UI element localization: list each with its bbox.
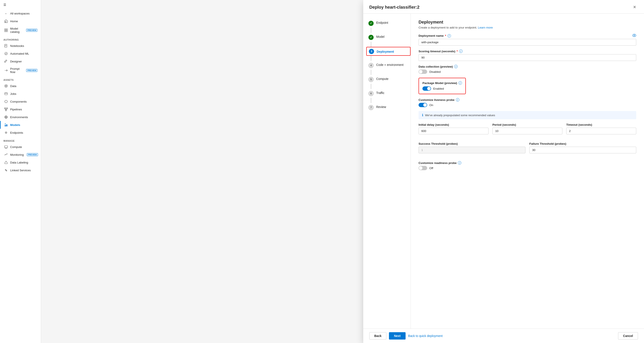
period-input[interactable] (492, 128, 562, 134)
step-model[interactable]: ✓ Model (368, 33, 410, 42)
scoring-timeout-input[interactable] (418, 54, 636, 61)
data-collection-group: Data collection (preview) i Disabled (418, 65, 636, 74)
info-banner-icon: ℹ (422, 113, 423, 117)
step-circle-compute: 5 (368, 77, 374, 82)
sidebar-item-endpoints[interactable]: Endpoints (0, 129, 41, 136)
sidebar-item-linked-services[interactable]: Linked Services (0, 166, 41, 174)
deployment-name-group: Deployment name * i (418, 34, 636, 46)
sidebar-label-endpoints: Endpoints (10, 131, 23, 134)
readiness-toggle-row: Off (418, 166, 636, 170)
data-collection-toggle-row: Disabled (418, 70, 636, 74)
sidebar-item-home[interactable]: Home (0, 17, 41, 25)
initial-delay-input[interactable] (418, 128, 488, 134)
promptflow-icon (4, 68, 8, 72)
hamburger-icon[interactable]: ☰ (0, 0, 41, 10)
scoring-required-star: * (456, 50, 458, 53)
liveness-toggle-row: On (418, 103, 636, 107)
pipelines-icon (4, 107, 8, 111)
sidebar-label-compute: Compute (10, 145, 22, 148)
probe-fields-row1: Initial delay (seconds) Period (seconds)… (418, 123, 636, 138)
sidebar-item-data-labeling[interactable]: Data Labeling (0, 158, 41, 166)
labeling-icon (4, 160, 8, 164)
next-button[interactable]: Next (389, 332, 405, 340)
back-button[interactable]: Back (369, 332, 386, 340)
sidebar-item-designer[interactable]: Designer (0, 58, 41, 65)
step-endpoint[interactable]: ✓ Endpoint (368, 19, 410, 28)
sidebar-item-models[interactable]: Models (0, 121, 41, 129)
cancel-button[interactable]: Cancel (618, 332, 638, 340)
section-label-authoring: Authoring (0, 36, 41, 42)
step-code-environment[interactable]: 4 Code + environment (368, 61, 410, 70)
failure-threshold-input[interactable] (529, 147, 636, 153)
modal-close-button[interactable]: ✕ (631, 4, 638, 10)
sidebar-item-compute[interactable]: Compute (0, 143, 41, 151)
svg-rect-0 (6, 22, 6, 22)
sidebar-item-notebooks[interactable]: Notebooks (0, 42, 41, 50)
step-deployment-active[interactable]: 3 Deployment (366, 47, 410, 56)
data-collection-status: Disabled (429, 70, 441, 74)
svg-marker-13 (5, 100, 7, 103)
modal-body: ✓ Endpoint ✓ Model 3 Deployment 4 Code +… (363, 14, 644, 328)
svg-rect-24 (5, 123, 6, 125)
success-threshold-input[interactable] (418, 147, 526, 153)
liveness-probe-group: Customize liveness probe i On (418, 98, 636, 107)
sidebar-item-automated-ml[interactable]: Automated ML (0, 50, 41, 58)
wizard-steps: ✓ Endpoint ✓ Model 3 Deployment 4 Code +… (363, 14, 411, 328)
learn-more-link[interactable]: Learn more (478, 26, 493, 29)
sidebar-item-monitoring[interactable]: Monitoring PREVIEW (0, 151, 41, 158)
info-banner-text: We've already prepopulated some recommen… (425, 114, 495, 117)
step-label-code: Code + environment (376, 63, 404, 66)
models-icon (4, 123, 8, 127)
liveness-probe-info-icon[interactable]: i (456, 98, 459, 102)
eye-toggle-icon[interactable] (632, 34, 636, 38)
initial-delay-label: Initial delay (seconds) (418, 123, 488, 126)
data-collection-info-icon[interactable]: i (454, 65, 458, 68)
readiness-toggle[interactable] (418, 166, 427, 170)
sidebar-item-prompt-flow[interactable]: Prompt flow PREVIEW (0, 65, 41, 76)
package-model-info-icon[interactable]: i (458, 81, 462, 85)
step-compute[interactable]: 5 Compute (368, 75, 410, 84)
sidebar-item-environments[interactable]: Environments (0, 113, 41, 121)
sidebar-label-model-catalog: Model catalog (10, 27, 23, 34)
step-review[interactable]: 7 Review (368, 103, 410, 112)
liveness-toggle[interactable] (418, 103, 427, 107)
initial-delay-group: Initial delay (seconds) (418, 123, 488, 134)
step-label-model: Model (376, 34, 384, 38)
modal-title: Deploy heart-classifier:2 (369, 5, 420, 10)
sidebar-label-models: Models (10, 123, 20, 126)
sidebar-item-model-catalog[interactable]: Model catalog PREVIEW (0, 25, 41, 36)
scoring-timeout-group: Scoring timeout (seconds) * i (418, 50, 636, 61)
notebooks-icon (4, 44, 8, 48)
sidebar-item-pipelines[interactable]: Pipelines (0, 106, 41, 113)
data-collection-toggle[interactable] (418, 70, 427, 74)
svg-rect-11 (5, 93, 7, 95)
package-model-toggle[interactable] (422, 86, 431, 91)
deployment-name-input[interactable] (418, 39, 636, 46)
modal-header: Deploy heart-classifier:2 ✕ (363, 0, 644, 14)
svg-rect-22 (5, 125, 6, 126)
sidebar-item-components[interactable]: Components (0, 98, 41, 106)
sidebar-item-jobs[interactable]: Jobs (0, 90, 41, 98)
svg-point-32 (632, 34, 636, 37)
probe-fields-row2: Success Threshold (probes) Failure Thres… (418, 142, 636, 157)
components-icon (4, 100, 8, 104)
automl-icon (4, 52, 8, 56)
sidebar-item-all-workspaces[interactable]: ← All workspaces (0, 10, 41, 17)
sidebar-item-data[interactable]: Data (0, 82, 41, 90)
quick-deploy-link[interactable]: Back to quick deployment (408, 334, 443, 338)
step-traffic[interactable]: 6 Traffic (368, 89, 410, 98)
step-connector-3 (371, 56, 371, 61)
svg-rect-2 (6, 29, 8, 30)
step-connector-5 (371, 84, 371, 89)
scoring-timeout-info-icon[interactable]: i (459, 50, 462, 53)
package-model-toggle-row: Enabled (422, 86, 462, 91)
data-icon (4, 84, 8, 88)
readiness-probe-info-icon[interactable]: i (458, 161, 461, 164)
sidebar-label-data-labeling: Data Labeling (10, 161, 28, 164)
step-connector-4 (371, 70, 371, 75)
timeout-input[interactable] (566, 128, 636, 134)
modal-footer: Back Next Back to quick deployment Cance… (363, 328, 644, 343)
deployment-name-info-icon[interactable]: i (448, 34, 451, 38)
step-label-review: Review (376, 105, 386, 109)
deployment-name-label: Deployment name * i (418, 34, 636, 38)
